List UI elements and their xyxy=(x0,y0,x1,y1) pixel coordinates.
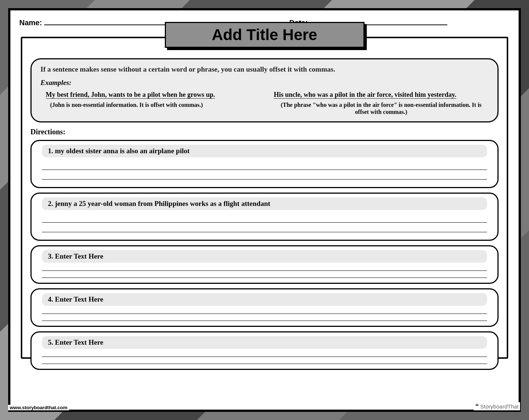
question-box-3: 3. Enter Text Here xyxy=(30,245,499,284)
directions-label: Directions: xyxy=(30,128,499,136)
example-1-sentence: My best friend, John, wants to be a pilo… xyxy=(46,91,261,99)
question-box-1: 1. my oldest sister anna is also an airp… xyxy=(30,140,499,188)
rule-text: If a sentence makes sense without a cert… xyxy=(40,65,489,73)
examples-label: Examples: xyxy=(40,79,489,87)
example-2-note: (The phrase "who was a pilot in the air … xyxy=(274,101,489,115)
example-1-note: (John is non-essential information. It i… xyxy=(46,101,261,108)
question-prompt[interactable]: 2. jenny a 25 year-old woman from Philip… xyxy=(42,197,487,210)
example-2-sentence: His uncle, who was a pilot in the air fo… xyxy=(274,91,489,99)
answer-line[interactable] xyxy=(42,266,487,271)
footer-brand: ❝ StoryboardThat xyxy=(474,402,520,410)
answer-line[interactable] xyxy=(42,215,487,223)
question-prompt[interactable]: 1. my oldest sister anna is also an airp… xyxy=(42,145,487,157)
answer-line[interactable] xyxy=(42,172,487,180)
example-2: His uncle, who was a pilot in the air fo… xyxy=(274,91,489,115)
footer-url: www.storyboardthat.com xyxy=(8,405,69,410)
question-prompt[interactable]: 5. Enter Text Here xyxy=(42,336,487,349)
answer-line[interactable] xyxy=(42,352,487,357)
page-inner-border: Name: Date: Add Title Here If a sentence… xyxy=(8,8,521,412)
question-box-4: 4. Enter Text Here xyxy=(30,288,499,327)
name-label: Name: xyxy=(19,19,42,27)
question-prompt[interactable]: 4. Enter Text Here xyxy=(42,293,487,306)
speech-bubble-icon: ❝ xyxy=(475,402,479,410)
answer-line[interactable] xyxy=(42,225,487,232)
main-worksheet-box: Add Title Here If a sentence makes sense… xyxy=(21,37,508,359)
answer-line[interactable] xyxy=(42,163,487,170)
title-plate[interactable]: Add Title Here xyxy=(165,22,365,48)
answer-line[interactable] xyxy=(42,309,487,314)
question-box-5: 5. Enter Text Here xyxy=(30,331,499,370)
question-box-2: 2. jenny a 25 year-old woman from Philip… xyxy=(30,193,499,241)
footer-brand-text: StoryboardThat xyxy=(480,403,519,410)
page-content: Name: Date: Add Title Here If a sentence… xyxy=(10,10,519,410)
answer-line[interactable] xyxy=(42,273,487,278)
example-1: My best friend, John, wants to be a pilo… xyxy=(46,91,261,115)
title-plate-wrap: Add Title Here xyxy=(165,22,365,48)
question-prompt[interactable]: 3. Enter Text Here xyxy=(42,250,487,263)
info-box: If a sentence makes sense without a cert… xyxy=(30,58,499,122)
examples-row: My best friend, John, wants to be a pilo… xyxy=(40,91,489,115)
answer-line[interactable] xyxy=(42,316,487,321)
answer-line[interactable] xyxy=(42,359,487,364)
title-text: Add Title Here xyxy=(212,26,317,44)
page-outer-frame: Name: Date: Add Title Here If a sentence… xyxy=(0,0,529,420)
